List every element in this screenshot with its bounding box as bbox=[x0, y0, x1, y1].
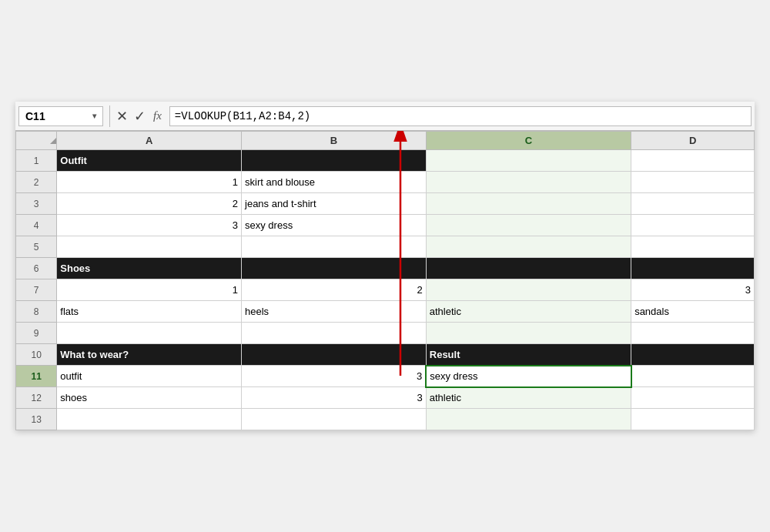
table-row: 5 bbox=[16, 236, 755, 258]
cell-A2[interactable]: 1 bbox=[57, 172, 242, 193]
row-header-6[interactable]: 6 bbox=[16, 258, 57, 279]
table-row: 10What to wear?Result bbox=[16, 344, 755, 366]
cell-D4[interactable] bbox=[631, 215, 755, 236]
cell-ref-dropdown-icon[interactable]: ▾ bbox=[92, 112, 96, 120]
cell-A5[interactable] bbox=[57, 236, 242, 258]
table-row: 32jeans and t-shirt bbox=[16, 193, 755, 215]
formula-bar: C11 ▾ ✕ ✓ fx bbox=[15, 102, 755, 131]
table-row: 13 bbox=[16, 409, 755, 430]
corner-header bbox=[16, 132, 57, 150]
grid-container: A B C D 1Outfit21skirt and blouse32jeans… bbox=[15, 131, 755, 430]
confirm-icon[interactable]: ✓ bbox=[134, 108, 146, 125]
cell-B7[interactable]: 2 bbox=[242, 279, 427, 301]
cell-D7[interactable]: 3 bbox=[631, 279, 755, 301]
cell-A11[interactable]: outfit bbox=[57, 366, 242, 387]
cell-A13[interactable] bbox=[57, 409, 242, 430]
col-header-A[interactable]: A bbox=[57, 132, 242, 150]
row-header-11[interactable]: 11 bbox=[16, 366, 57, 387]
cell-C13[interactable] bbox=[426, 409, 631, 430]
row-header-1[interactable]: 1 bbox=[16, 150, 57, 172]
table-row: 8flatsheelsathleticsandals bbox=[16, 301, 755, 323]
table-row: 6Shoes bbox=[16, 258, 755, 279]
col-header-B[interactable]: B bbox=[242, 132, 427, 150]
cell-D6[interactable] bbox=[631, 258, 755, 279]
row-header-12[interactable]: 12 bbox=[16, 387, 57, 409]
cell-C7[interactable] bbox=[426, 279, 631, 301]
cell-A3[interactable]: 2 bbox=[57, 193, 242, 215]
table-row: 1Outfit bbox=[16, 150, 755, 172]
cell-B10[interactable] bbox=[242, 344, 427, 366]
spreadsheet: C11 ▾ ✕ ✓ fx A B C bbox=[15, 102, 755, 430]
cell-B1[interactable] bbox=[242, 150, 427, 172]
cell-D9[interactable] bbox=[631, 323, 755, 344]
cell-A10[interactable]: What to wear? bbox=[57, 344, 242, 366]
cell-C1[interactable] bbox=[426, 150, 631, 172]
cell-A1[interactable]: Outfit bbox=[57, 150, 242, 172]
cell-reference-box[interactable]: C11 ▾ bbox=[18, 106, 103, 126]
cancel-icon[interactable]: ✕ bbox=[116, 108, 128, 125]
cell-D11[interactable] bbox=[631, 366, 755, 387]
cell-D8[interactable]: sandals bbox=[631, 301, 755, 323]
cell-B8[interactable]: heels bbox=[242, 301, 427, 323]
cell-B11[interactable]: 3 bbox=[242, 366, 427, 387]
cell-A6[interactable]: Shoes bbox=[57, 258, 242, 279]
cell-C3[interactable] bbox=[426, 193, 631, 215]
row-header-2[interactable]: 2 bbox=[16, 172, 57, 193]
cell-C6[interactable] bbox=[426, 258, 631, 279]
table-row: 7123 bbox=[16, 279, 755, 301]
cell-B9[interactable] bbox=[242, 323, 427, 344]
fx-label: fx bbox=[153, 109, 162, 122]
table-row: 43sexy dress bbox=[16, 215, 755, 236]
formula-input[interactable] bbox=[169, 106, 752, 126]
formula-bar-controls: ✕ ✓ bbox=[116, 108, 146, 125]
cell-A4[interactable]: 3 bbox=[57, 215, 242, 236]
cell-C10[interactable]: Result bbox=[426, 344, 631, 366]
row-header-5[interactable]: 5 bbox=[16, 236, 57, 258]
cell-C12[interactable]: athletic bbox=[426, 387, 631, 409]
col-header-D[interactable]: D bbox=[631, 132, 755, 150]
cell-D12[interactable] bbox=[631, 387, 755, 409]
cell-C5[interactable] bbox=[426, 236, 631, 258]
cell-D13[interactable] bbox=[631, 409, 755, 430]
formula-bar-divider bbox=[109, 105, 110, 127]
cell-B5[interactable] bbox=[242, 236, 427, 258]
cell-A7[interactable]: 1 bbox=[57, 279, 242, 301]
cell-reference-text: C11 bbox=[25, 110, 45, 122]
table-row: 9 bbox=[16, 323, 755, 344]
cell-B12[interactable]: 3 bbox=[242, 387, 427, 409]
col-header-C[interactable]: C bbox=[426, 132, 631, 150]
cell-A9[interactable] bbox=[57, 323, 242, 344]
cell-C11[interactable]: sexy dress bbox=[426, 366, 631, 387]
cell-C9[interactable] bbox=[426, 323, 631, 344]
cell-B4[interactable]: sexy dress bbox=[242, 215, 427, 236]
row-header-7[interactable]: 7 bbox=[16, 279, 57, 301]
cell-D10[interactable] bbox=[631, 344, 755, 366]
cell-C4[interactable] bbox=[426, 215, 631, 236]
cell-C2[interactable] bbox=[426, 172, 631, 193]
row-header-9[interactable]: 9 bbox=[16, 323, 57, 344]
cell-A8[interactable]: flats bbox=[57, 301, 242, 323]
cell-D5[interactable] bbox=[631, 236, 755, 258]
cell-B6[interactable] bbox=[242, 258, 427, 279]
cell-D1[interactable] bbox=[631, 150, 755, 172]
cell-D3[interactable] bbox=[631, 193, 755, 215]
row-header-10[interactable]: 10 bbox=[16, 344, 57, 366]
cell-B13[interactable] bbox=[242, 409, 427, 430]
row-header-3[interactable]: 3 bbox=[16, 193, 57, 215]
cell-D2[interactable] bbox=[631, 172, 755, 193]
spreadsheet-grid: A B C D 1Outfit21skirt and blouse32jeans… bbox=[15, 131, 755, 430]
row-header-13[interactable]: 13 bbox=[16, 409, 57, 430]
cell-C8[interactable]: athletic bbox=[426, 301, 631, 323]
row-header-8[interactable]: 8 bbox=[16, 301, 57, 323]
cell-B2[interactable]: skirt and blouse bbox=[242, 172, 427, 193]
cell-A12[interactable]: shoes bbox=[57, 387, 242, 409]
table-row: 21skirt and blouse bbox=[16, 172, 755, 193]
cell-B3[interactable]: jeans and t-shirt bbox=[242, 193, 427, 215]
table-row: 12shoes3athletic bbox=[16, 387, 755, 409]
row-header-4[interactable]: 4 bbox=[16, 215, 57, 236]
table-row: 11outfit3sexy dress bbox=[16, 366, 755, 387]
